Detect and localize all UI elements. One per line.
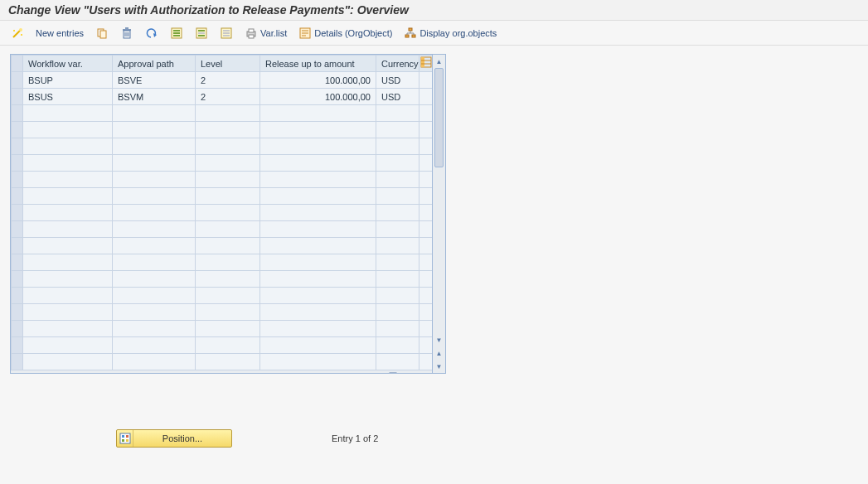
cell-level[interactable] <box>196 122 260 138</box>
cell-release-amount[interactable] <box>260 188 376 205</box>
table-row[interactable] <box>12 122 433 138</box>
table-row[interactable] <box>12 271 433 288</box>
cell-spacer[interactable] <box>419 288 433 304</box>
row-selector-header[interactable] <box>12 56 23 72</box>
table-row[interactable] <box>12 288 433 304</box>
row-selector[interactable] <box>12 238 23 254</box>
cell-currency[interactable] <box>376 205 419 221</box>
col-currency[interactable]: Currency <box>376 56 419 72</box>
row-selector[interactable] <box>12 172 23 188</box>
cell-release-amount[interactable] <box>260 172 376 188</box>
row-selector[interactable] <box>12 337 23 354</box>
cell-release-amount[interactable] <box>260 304 376 321</box>
cell-level[interactable] <box>196 105 260 122</box>
row-selector[interactable] <box>12 221 23 238</box>
cell-spacer[interactable] <box>419 271 433 288</box>
cell-release-amount[interactable] <box>260 105 376 122</box>
cell-currency[interactable] <box>376 304 419 321</box>
cell-workflow-var[interactable] <box>23 221 113 238</box>
cell-workflow-var[interactable] <box>23 238 113 254</box>
cell-level[interactable] <box>196 138 260 155</box>
col-level[interactable]: Level <box>196 56 260 72</box>
cell-spacer[interactable] <box>419 304 433 321</box>
cell-currency[interactable] <box>376 337 419 354</box>
cell-release-amount[interactable] <box>260 288 376 304</box>
cell-release-amount[interactable] <box>260 337 376 354</box>
table-row[interactable] <box>12 138 433 155</box>
cell-level[interactable] <box>196 304 260 321</box>
cell-level[interactable] <box>196 288 260 304</box>
cell-release-amount[interactable] <box>260 354 376 370</box>
print-button[interactable]: Var.list <box>240 24 291 42</box>
hscroll-right-icon[interactable]: ► <box>417 370 429 373</box>
cell-approval-path[interactable]: BSVM <box>113 89 196 105</box>
scroll-down-icon[interactable]: ▼ <box>434 334 445 346</box>
cell-currency[interactable] <box>376 288 419 304</box>
cell-currency[interactable]: USD <box>376 72 419 89</box>
cell-level[interactable] <box>196 337 260 354</box>
cell-spacer[interactable] <box>419 188 433 205</box>
new-entries-button[interactable]: New entries <box>32 26 88 41</box>
scroll-track[interactable] <box>433 68 445 333</box>
cell-approval-path[interactable] <box>113 238 196 254</box>
row-selector[interactable] <box>12 89 23 105</box>
scroll-thumb[interactable] <box>434 68 444 167</box>
row-selector[interactable] <box>12 254 23 271</box>
cell-approval-path[interactable] <box>113 337 196 354</box>
cell-workflow-var[interactable] <box>23 288 113 304</box>
cell-approval-path[interactable] <box>113 304 196 321</box>
cell-level[interactable] <box>196 271 260 288</box>
cell-workflow-var[interactable] <box>23 321 113 337</box>
deselect-all-button[interactable] <box>216 24 237 42</box>
cell-currency[interactable] <box>376 155 419 172</box>
cell-currency[interactable] <box>376 172 419 188</box>
cell-currency[interactable] <box>376 254 419 271</box>
cell-approval-path[interactable] <box>113 354 196 370</box>
table-row[interactable] <box>12 188 433 205</box>
cell-level[interactable] <box>196 238 260 254</box>
cell-approval-path[interactable] <box>113 288 196 304</box>
cell-level[interactable]: 2 <box>196 89 260 105</box>
row-selector[interactable] <box>12 122 23 138</box>
cell-release-amount[interactable] <box>260 221 376 238</box>
row-selector[interactable] <box>12 304 23 321</box>
copy-button[interactable] <box>91 24 113 42</box>
scroll-bottom-icon[interactable]: ▼ <box>434 361 445 372</box>
scroll-up-icon[interactable]: ▲ <box>434 56 445 67</box>
cell-approval-path[interactable] <box>113 254 196 271</box>
cell-approval-path[interactable] <box>113 172 196 188</box>
cell-workflow-var[interactable] <box>23 337 113 354</box>
cell-level[interactable] <box>196 354 260 370</box>
cell-workflow-var[interactable] <box>23 105 113 122</box>
cell-level[interactable] <box>196 155 260 172</box>
cell-approval-path[interactable] <box>113 155 196 172</box>
cell-workflow-var[interactable] <box>23 155 113 172</box>
table-row[interactable] <box>12 254 433 271</box>
cell-workflow-var[interactable] <box>23 205 113 221</box>
table-row[interactable] <box>12 155 433 172</box>
cell-currency[interactable] <box>376 188 419 205</box>
cell-release-amount[interactable] <box>260 138 376 155</box>
row-selector[interactable] <box>12 271 23 288</box>
cell-release-amount[interactable] <box>260 271 376 288</box>
row-selector[interactable] <box>12 321 23 337</box>
data-table[interactable]: Workflow var. Approval path Level Releas… <box>11 55 432 370</box>
select-all-button[interactable] <box>166 24 187 42</box>
table-row[interactable] <box>12 337 433 354</box>
cell-approval-path[interactable] <box>113 138 196 155</box>
col-approval-path[interactable]: Approval path <box>113 56 196 72</box>
table-row[interactable] <box>12 221 433 238</box>
cell-currency[interactable] <box>376 122 419 138</box>
row-selector[interactable] <box>12 354 23 370</box>
cell-spacer[interactable] <box>419 122 433 138</box>
table-row[interactable] <box>12 304 433 321</box>
cell-spacer[interactable] <box>419 354 433 370</box>
cell-approval-path[interactable] <box>113 321 196 337</box>
cell-currency[interactable] <box>376 271 419 288</box>
row-selector[interactable] <box>12 155 23 172</box>
cell-approval-path[interactable] <box>113 122 196 138</box>
cell-workflow-var[interactable]: BSUP <box>23 72 113 89</box>
wand-button[interactable] <box>7 24 28 42</box>
cell-spacer[interactable] <box>419 337 433 354</box>
cell-spacer[interactable] <box>419 155 433 172</box>
